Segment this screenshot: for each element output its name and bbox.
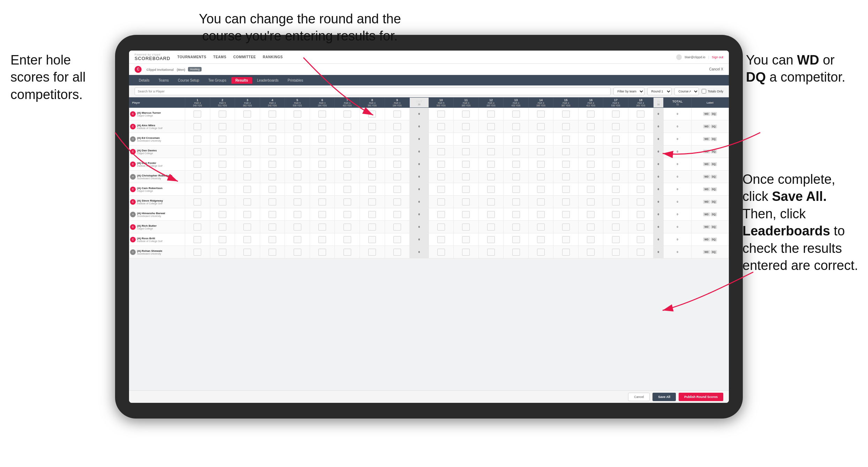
score-hole-7-player-1[interactable] (344, 123, 351, 130)
dq-button[interactable]: DQ (711, 225, 717, 229)
score-hole-14-player-9[interactable] (537, 224, 545, 231)
score-hole-8-player-4[interactable] (368, 161, 376, 168)
score-hole-10-player-8[interactable] (437, 211, 445, 218)
score-hole-11-player-7[interactable] (462, 198, 470, 205)
score-hole-14-player-3[interactable] (537, 148, 545, 155)
score-hole-16-player-4[interactable] (587, 161, 595, 168)
tab-details[interactable]: Details (135, 77, 154, 84)
score-hole-18-player-7[interactable] (637, 198, 644, 205)
score-hole-15-player-3[interactable] (562, 148, 570, 155)
score-hole-9-player-10[interactable] (393, 236, 401, 243)
filter-team-select[interactable]: Filter by team (613, 88, 644, 95)
score-hole-2-player-11[interactable] (219, 249, 226, 256)
score-hole-18-player-6[interactable] (637, 186, 644, 193)
score-hole-6-player-1[interactable] (318, 123, 326, 130)
score-hole-2-player-6[interactable] (219, 186, 226, 193)
score-hole-9-player-1[interactable] (393, 123, 401, 130)
score-hole-1-player-6[interactable] (194, 186, 201, 193)
score-hole-15-player-0[interactable] (562, 111, 570, 118)
score-hole-3-player-0[interactable] (243, 111, 251, 118)
score-hole-8-player-8[interactable] (368, 211, 376, 218)
score-hole-18-player-8[interactable] (637, 211, 644, 218)
tab-printables[interactable]: Printables (284, 77, 307, 84)
tab-tee-groups[interactable]: Tee Groups (204, 77, 231, 84)
score-hole-9-player-3[interactable] (393, 148, 401, 155)
score-hole-13-player-11[interactable] (512, 249, 520, 256)
score-hole-14-player-1[interactable] (537, 123, 545, 130)
cancel-tournament[interactable]: Cancel X (709, 67, 723, 71)
score-hole-7-player-4[interactable] (344, 161, 351, 168)
score-hole-7-player-3[interactable] (344, 148, 351, 155)
score-hole-15-player-10[interactable] (562, 236, 570, 243)
score-hole-14-player-8[interactable] (537, 211, 545, 218)
publish-button[interactable]: Publish Round Scores (679, 393, 723, 401)
score-hole-4-player-2[interactable] (269, 136, 276, 143)
dq-button[interactable]: DQ (711, 112, 717, 116)
score-hole-2-player-1[interactable] (219, 123, 226, 130)
score-hole-17-player-5[interactable] (612, 173, 620, 180)
score-hole-12-player-8[interactable] (487, 211, 495, 218)
score-hole-13-player-3[interactable] (512, 148, 520, 155)
score-hole-11-player-5[interactable] (462, 173, 470, 180)
score-hole-17-player-4[interactable] (612, 161, 620, 168)
wd-button[interactable]: WD (703, 175, 710, 179)
score-hole-2-player-0[interactable] (219, 111, 226, 118)
score-hole-4-player-4[interactable] (269, 161, 276, 168)
score-hole-17-player-11[interactable] (612, 249, 620, 256)
score-hole-3-player-4[interactable] (243, 161, 251, 168)
wd-button[interactable]: WD (703, 250, 710, 254)
score-hole-5-player-2[interactable] (294, 136, 301, 143)
score-hole-9-player-7[interactable] (393, 198, 401, 205)
score-hole-7-player-8[interactable] (344, 211, 351, 218)
tab-leaderboards[interactable]: Leaderboards (253, 77, 283, 84)
score-hole-14-player-10[interactable] (537, 236, 545, 243)
score-hole-3-player-9[interactable] (243, 224, 251, 231)
score-hole-14-player-2[interactable] (537, 136, 545, 143)
score-hole-2-player-5[interactable] (219, 173, 226, 180)
score-hole-10-player-6[interactable] (437, 186, 445, 193)
score-hole-6-player-6[interactable] (318, 186, 326, 193)
score-hole-2-player-7[interactable] (219, 198, 226, 205)
dq-button[interactable]: DQ (711, 200, 717, 204)
tab-results[interactable]: Results (231, 77, 252, 84)
totals-only-toggle[interactable]: Totals Only (702, 89, 723, 93)
score-hole-11-player-1[interactable] (462, 123, 470, 130)
score-hole-10-player-5[interactable] (437, 173, 445, 180)
score-hole-16-player-9[interactable] (587, 224, 595, 231)
score-hole-15-player-4[interactable] (562, 161, 570, 168)
wd-button[interactable]: WD (703, 238, 710, 241)
score-hole-18-player-3[interactable] (637, 148, 644, 155)
score-hole-5-player-4[interactable] (294, 161, 301, 168)
score-hole-6-player-0[interactable] (318, 111, 326, 118)
score-hole-11-player-2[interactable] (462, 136, 470, 143)
score-hole-5-player-5[interactable] (294, 173, 301, 180)
score-hole-15-player-6[interactable] (562, 186, 570, 193)
totals-only-checkbox[interactable] (702, 89, 706, 93)
score-hole-2-player-4[interactable] (219, 161, 226, 168)
score-hole-13-player-6[interactable] (512, 186, 520, 193)
score-hole-18-player-10[interactable] (637, 236, 644, 243)
score-hole-17-player-8[interactable] (612, 211, 620, 218)
score-hole-12-player-3[interactable] (487, 148, 495, 155)
score-hole-13-player-7[interactable] (512, 198, 520, 205)
dq-button[interactable]: DQ (711, 137, 717, 141)
dq-button[interactable]: DQ (711, 187, 717, 191)
score-hole-17-player-2[interactable] (612, 136, 620, 143)
score-hole-16-player-10[interactable] (587, 236, 595, 243)
score-hole-3-player-8[interactable] (243, 211, 251, 218)
score-hole-1-player-9[interactable] (194, 224, 201, 231)
score-hole-13-player-4[interactable] (512, 161, 520, 168)
score-hole-4-player-6[interactable] (269, 186, 276, 193)
score-hole-12-player-5[interactable] (487, 173, 495, 180)
score-hole-1-player-5[interactable] (194, 173, 201, 180)
score-hole-8-player-11[interactable] (368, 249, 376, 256)
wd-button[interactable]: WD (703, 187, 710, 191)
score-hole-18-player-5[interactable] (637, 173, 644, 180)
score-hole-15-player-11[interactable] (562, 249, 570, 256)
score-hole-1-player-8[interactable] (194, 211, 201, 218)
score-hole-4-player-3[interactable] (269, 148, 276, 155)
score-hole-15-player-9[interactable] (562, 224, 570, 231)
score-hole-8-player-5[interactable] (368, 173, 376, 180)
score-hole-8-player-10[interactable] (368, 236, 376, 243)
score-hole-16-player-2[interactable] (587, 136, 595, 143)
